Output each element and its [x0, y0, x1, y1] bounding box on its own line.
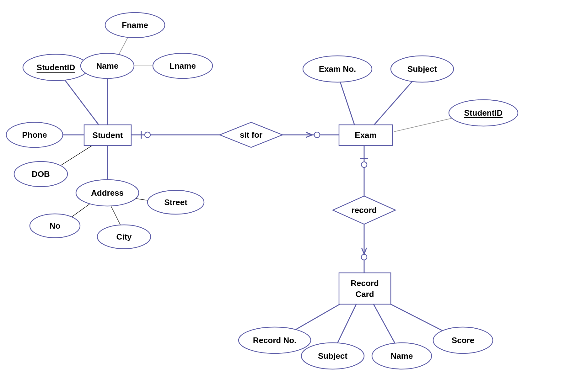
attr-name: Name	[81, 53, 134, 78]
svg-text:StudentID: StudentID	[464, 108, 503, 118]
svg-text:StudentID: StudentID	[37, 63, 75, 72]
attr-no: No	[30, 214, 80, 238]
attr-studentid: StudentID	[23, 54, 89, 81]
svg-text:Record No.: Record No.	[253, 336, 297, 345]
relationship-record: record	[333, 196, 396, 224]
relationship-sitfor: sit for	[220, 122, 282, 147]
svg-text:Student: Student	[93, 130, 123, 140]
attr-dob: DOB	[14, 162, 67, 187]
attr-fname: Fname	[105, 13, 165, 38]
svg-text:Name: Name	[391, 351, 413, 361]
attr-examno: Exam No.	[303, 56, 372, 82]
svg-text:Exam: Exam	[355, 130, 376, 140]
svg-text:Street: Street	[164, 198, 187, 207]
svg-text:Exam No.: Exam No.	[319, 64, 356, 74]
attr-phone: Phone	[6, 122, 63, 147]
entity-student: Student	[84, 125, 131, 146]
attr-exam-studentid: StudentID	[449, 100, 518, 126]
svg-rect-42	[339, 273, 391, 304]
svg-text:Subject: Subject	[318, 351, 347, 361]
attr-score: Score	[433, 327, 493, 353]
crow-exam-circle	[314, 132, 320, 138]
svg-text:Card: Card	[355, 289, 374, 299]
svg-text:sit for: sit for	[240, 130, 262, 140]
crow-student-circle	[145, 132, 150, 138]
attr-recordno: Record No.	[239, 327, 311, 353]
attr-address: Address	[76, 180, 139, 206]
svg-text:Lname: Lname	[170, 61, 196, 71]
attr-street: Street	[148, 190, 204, 214]
er-diagram: StudentID Fname Name Lname Phone DOB Add…	[0, 0, 565, 392]
entity-exam: Exam	[339, 125, 392, 146]
svg-text:record: record	[352, 205, 377, 215]
svg-text:Phone: Phone	[22, 130, 47, 140]
attr-subject-rc: Subject	[301, 343, 364, 369]
svg-text:Score: Score	[452, 336, 474, 345]
svg-text:Fname: Fname	[122, 20, 148, 30]
svg-text:No: No	[50, 221, 61, 230]
attr-city: City	[97, 225, 151, 249]
entity-record-card: Record Card	[339, 273, 391, 304]
svg-text:Record: Record	[351, 278, 379, 288]
svg-text:Name: Name	[96, 61, 119, 71]
svg-text:City: City	[116, 232, 132, 241]
svg-text:Subject: Subject	[407, 64, 437, 74]
attr-lname: Lname	[153, 53, 213, 78]
attr-subject-exam: Subject	[391, 56, 454, 82]
svg-text:DOB: DOB	[32, 169, 50, 179]
attr-name-rc: Name	[372, 343, 432, 369]
edge-exam-studentid	[394, 116, 461, 132]
svg-text:Address: Address	[91, 188, 124, 198]
crow-exam-down-circle	[361, 162, 367, 167]
